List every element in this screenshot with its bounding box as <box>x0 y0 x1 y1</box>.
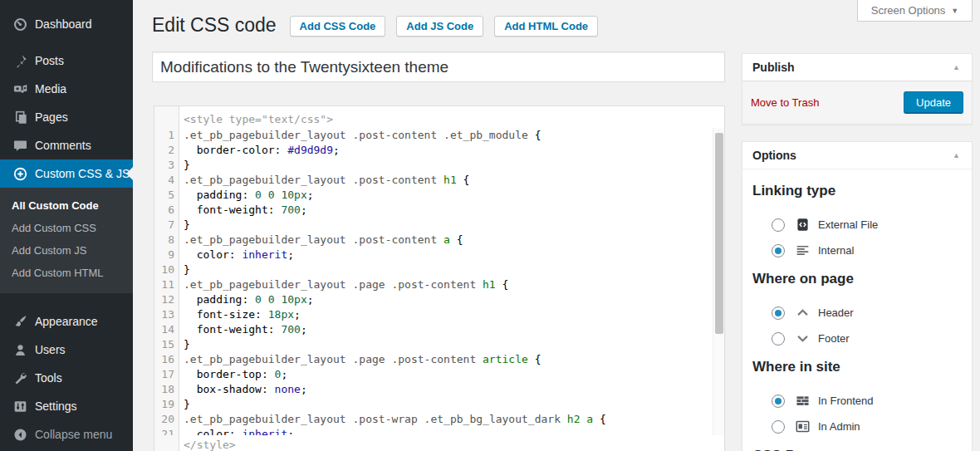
sidebar-item-collapse-menu[interactable]: Collapse menu <box>0 420 133 449</box>
submenu-item-add-custom-js[interactable]: Add Custom JS <box>0 240 133 262</box>
bricks-icon <box>795 393 811 409</box>
in-admin-radio[interactable] <box>772 420 785 434</box>
sidebar-item-label: Settings <box>35 400 77 413</box>
sidebar-item-label: Pages <box>35 110 68 124</box>
editor-scroll-area[interactable]: 1.et_pb_pagebuilder_layout .post-content… <box>154 128 724 435</box>
sidebar-item-dashboard[interactable]: Dashboard <box>0 10 133 38</box>
sidebar-item-users[interactable]: Users <box>0 336 133 364</box>
sidebar-item-pages[interactable]: Pages <box>0 103 133 131</box>
option-label[interactable]: Header <box>818 306 854 319</box>
code-line: 16.et_pb_pagebuilder_layout .page .post-… <box>154 352 724 367</box>
editor-suffix-line: </style> <box>179 435 724 451</box>
line-code: font-size: 18px; <box>179 307 301 322</box>
line-number: 17 <box>154 367 179 382</box>
line-code: .et_pb_pagebuilder_layout .post-content … <box>179 173 469 188</box>
line-code: .et_pb_pagebuilder_layout .post-content … <box>179 128 541 143</box>
code-line: 14 font-weight: 700; <box>154 322 724 337</box>
editor-prefix-line: <style type="text/css"> <box>179 106 724 128</box>
options-panel: Options ▲ Linking typeExternal FileInter… <box>742 141 973 451</box>
line-code: } <box>179 262 190 277</box>
submenu-item-all-custom-code[interactable]: All Custom Code <box>0 195 133 218</box>
line-number: 4 <box>154 173 179 188</box>
line-number: 11 <box>154 277 179 292</box>
header-radio[interactable] <box>772 306 785 320</box>
collapse-panel-icon[interactable]: ▲ <box>951 151 962 159</box>
line-number: 2 <box>154 143 179 158</box>
line-number: 10 <box>154 262 179 277</box>
css-code-editor[interactable]: <style type="text/css"> 1.et_pb_pagebuil… <box>154 105 725 451</box>
sidebar-item-tools[interactable]: Tools <box>0 364 133 392</box>
add-css-code-button[interactable]: Add CSS Code <box>290 16 386 37</box>
page-header: Edit CSS code Add CSS CodeAdd JS CodeAdd… <box>152 13 598 37</box>
footer-radio[interactable] <box>772 332 785 346</box>
sidebar-item-settings[interactable]: Settings <box>0 392 133 420</box>
line-number: 14 <box>154 322 179 337</box>
pin-icon <box>12 52 28 69</box>
line-code: .et_pb_pagebuilder_layout .page .post-co… <box>179 352 541 367</box>
code-line: 9 color: inherit; <box>154 248 724 262</box>
option-row-footer: Footer <box>772 331 962 346</box>
sidebar-item-posts[interactable]: Posts <box>0 47 133 75</box>
collapse-panel-icon[interactable]: ▲ <box>951 63 962 71</box>
update-button[interactable]: Update <box>904 91 963 114</box>
code-title-input[interactable] <box>152 51 725 82</box>
move-to-trash-link[interactable]: Move to Trash <box>751 96 819 109</box>
editor-scrollbar[interactable] <box>713 128 724 435</box>
option-row-external-file: External File <box>772 218 962 232</box>
users-icon <box>12 341 28 358</box>
chevron-down-icon <box>795 331 811 346</box>
line-number: 12 <box>154 292 179 307</box>
option-label[interactable]: External File <box>818 218 878 231</box>
in-frontend-radio[interactable] <box>772 395 785 408</box>
publish-panel-title: Publish <box>752 61 795 74</box>
sidebar-item-appearance[interactable]: Appearance <box>0 307 133 336</box>
option-label[interactable]: In Frontend <box>818 395 874 407</box>
sidebar-item-media[interactable]: Media <box>0 75 133 103</box>
sidebar-item-label: Appearance <box>35 315 98 328</box>
line-number: 15 <box>154 337 179 352</box>
line-code: font-weight: 700; <box>179 203 307 218</box>
code-line: 7} <box>154 218 724 233</box>
option-row-internal: Internal <box>772 243 962 257</box>
publish-panel: Publish ▲ Move to Trash Update <box>742 53 973 125</box>
appearance-icon <box>12 313 28 330</box>
sidebar-item-custom-css-js[interactable]: Custom CSS & JS <box>0 159 133 188</box>
code-line: 3} <box>154 158 724 173</box>
line-code: .et_pb_pagebuilder_layout .page .post-co… <box>179 277 508 292</box>
internal-radio[interactable] <box>772 244 785 257</box>
code-line: 18 box-shadow: none; <box>154 382 724 397</box>
external-file-radio[interactable] <box>772 218 785 232</box>
option-label[interactable]: Footer <box>818 332 850 345</box>
code-line: 12 padding: 0 0 10px; <box>154 292 724 307</box>
submenu-item-add-custom-html[interactable]: Add Custom HTML <box>0 262 133 285</box>
add-js-code-button[interactable]: Add JS Code <box>396 16 483 37</box>
options-heading-linking-type: Linking type <box>752 183 962 199</box>
sidebar-item-comments[interactable]: Comments <box>0 131 133 159</box>
sidebar-item-label: Collapse menu <box>35 428 112 441</box>
submenu-item-add-custom-css[interactable]: Add Custom CSS <box>0 218 133 240</box>
admin-menu-bottom: AppearanceUsersToolsSettings <box>0 307 133 420</box>
options-panel-title: Options <box>752 149 796 162</box>
options-panel-body: Linking typeExternal FileInternalWhere o… <box>742 169 972 451</box>
options-heading-clipped: CSS Preprocessor <box>752 448 962 451</box>
option-label[interactable]: In Admin <box>818 420 860 433</box>
settings-icon <box>12 398 28 414</box>
code-line: 11.et_pb_pagebuilder_layout .page .post-… <box>154 277 724 292</box>
screen-options-button[interactable]: Screen Options ▼ <box>857 0 973 22</box>
chevron-up-icon <box>795 305 811 321</box>
code-line: 10} <box>154 262 724 277</box>
option-row-header: Header <box>772 306 962 320</box>
line-number: 7 <box>154 218 179 233</box>
dashboard-icon <box>12 16 28 32</box>
add-html-code-button[interactable]: Add HTML Code <box>494 16 598 37</box>
line-code: padding: 0 0 10px; <box>179 292 314 307</box>
option-label[interactable]: Internal <box>818 244 854 257</box>
id-card-icon <box>795 419 811 434</box>
line-code: .et_pb_pagebuilder_layout .post-wrap .et… <box>179 412 606 427</box>
screen-options-label: Screen Options <box>871 4 946 17</box>
editor-scrollbar-thumb[interactable] <box>715 133 723 334</box>
line-number: 3 <box>154 158 179 173</box>
plus-circle-icon <box>12 165 28 182</box>
code-line: 1.et_pb_pagebuilder_layout .post-content… <box>154 128 724 143</box>
page-title: Edit CSS code <box>152 13 277 37</box>
